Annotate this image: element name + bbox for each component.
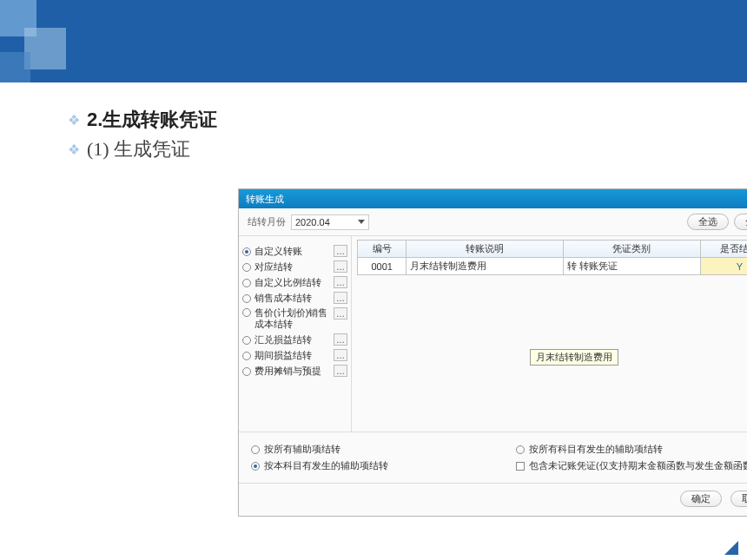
col-type: 凭证类别 bbox=[563, 240, 700, 258]
heading-2: ❖ (1) 生成凭证 bbox=[68, 136, 679, 162]
ellipsis-button[interactable]: … bbox=[334, 349, 347, 361]
ellipsis-button[interactable]: … bbox=[334, 276, 347, 288]
option-all-aux[interactable]: 按所有辅助项结转 bbox=[251, 443, 507, 456]
cancel-button[interactable]: 取消 bbox=[730, 491, 747, 507]
options-panel: 按所有辅助项结转 按本科目有发生的辅助项结转 按所有科目有发生的辅助项结转 包含… bbox=[239, 432, 747, 483]
radio-icon[interactable] bbox=[242, 279, 251, 287]
decor-square bbox=[24, 28, 66, 69]
tooltip: 月末结转制造费用 bbox=[530, 349, 618, 366]
select-all-button[interactable]: 全选 bbox=[687, 214, 729, 230]
option-all-subject-aux[interactable]: 按所有科目有发生的辅助项结转 bbox=[516, 443, 747, 456]
ok-button[interactable]: 确定 bbox=[680, 491, 722, 507]
chevron-down-icon bbox=[358, 220, 365, 224]
heading-2-text: (1) 生成凭证 bbox=[87, 136, 190, 162]
cell-yes: Y bbox=[700, 258, 747, 275]
sidebar-item-label: 销售成本结转 bbox=[255, 293, 330, 304]
sidebar-item-exchange[interactable]: 汇兑损益结转 … bbox=[242, 333, 347, 346]
sidebar-item-custom-ratio[interactable]: 自定义比例结转 … bbox=[242, 276, 347, 288]
radio-icon[interactable] bbox=[251, 462, 260, 471]
sidebar-item-sales-cost[interactable]: 销售成本结转 … bbox=[242, 292, 347, 304]
option-include-unposted[interactable]: 包含未记账凭证(仅支持期末金额函数与发生金额函数) bbox=[516, 459, 747, 472]
option-subject-aux[interactable]: 按本科目有发生的辅助项结转 bbox=[251, 459, 507, 472]
bullet-diamond-icon: ❖ bbox=[68, 112, 80, 128]
radio-icon[interactable] bbox=[242, 308, 251, 317]
cell-id: 0001 bbox=[358, 258, 407, 275]
sidebar-item-corresponding[interactable]: 对应结转 … bbox=[242, 260, 347, 273]
col-id: 编号 bbox=[358, 240, 407, 258]
radio-icon[interactable] bbox=[242, 352, 251, 360]
ellipsis-button[interactable]: … bbox=[334, 307, 347, 320]
radio-icon[interactable] bbox=[242, 294, 251, 303]
checkbox-icon[interactable] bbox=[516, 462, 525, 471]
option-label: 按所有辅助项结转 bbox=[264, 443, 340, 456]
heading-1-text: 2.生成转账凭证 bbox=[87, 107, 217, 133]
ellipsis-button[interactable]: … bbox=[334, 333, 347, 346]
dialog-footer: 确定 取消 bbox=[239, 483, 747, 516]
sidebar-item-label: 期间损益结转 bbox=[255, 350, 330, 361]
sidebar-item-amortize[interactable]: 费用摊销与预提 … bbox=[242, 365, 347, 377]
table-row[interactable]: 0001 月末结转制造费用 转 转账凭证 Y bbox=[358, 258, 748, 275]
grid-area: 编号 转账说明 凭证类别 是否结转 0001 月末结转制造费用 转 转账凭证 Y… bbox=[352, 236, 747, 432]
sidebar-item-label: 自定义比例结转 bbox=[255, 277, 330, 288]
sidebar-item-label: 费用摊销与预提 bbox=[255, 366, 330, 377]
corner-triangle-icon bbox=[724, 541, 738, 555]
dialog-toolbar: 结转月份 2020.04 全选 全消 bbox=[239, 208, 747, 236]
dialog-title: 转账生成 bbox=[246, 193, 284, 206]
sidebar-item-period-profit[interactable]: 期间损益结转 … bbox=[242, 349, 347, 361]
radio-icon[interactable] bbox=[516, 445, 525, 454]
transfer-type-sidebar: 自定义转账 … 对应结转 … 自定义比例结转 … 销售成本结转 … bbox=[239, 236, 352, 432]
ellipsis-button[interactable]: … bbox=[334, 365, 347, 377]
cell-desc: 月末结转制造费用 bbox=[407, 258, 563, 275]
ellipsis-button[interactable]: … bbox=[334, 292, 347, 304]
sidebar-item-custom-transfer[interactable]: 自定义转账 … bbox=[242, 245, 347, 257]
bullet-diamond-icon: ❖ bbox=[68, 142, 80, 158]
transfer-grid[interactable]: 编号 转账说明 凭证类别 是否结转 0001 月末结转制造费用 转 转账凭证 Y bbox=[357, 240, 747, 275]
col-yes: 是否结转 bbox=[700, 240, 747, 258]
option-label: 包含未记账凭证(仅支持期末金额函数与发生金额函数) bbox=[529, 459, 747, 472]
option-label: 按所有科目有发生的辅助项结转 bbox=[529, 443, 663, 456]
dialog-titlebar: 转账生成 × bbox=[239, 189, 747, 208]
radio-icon[interactable] bbox=[242, 263, 251, 272]
radio-icon[interactable] bbox=[242, 247, 251, 256]
option-label: 按本科目有发生的辅助项结转 bbox=[264, 459, 388, 472]
select-none-button[interactable]: 全消 bbox=[734, 214, 747, 230]
cell-type: 转 转账凭证 bbox=[563, 258, 700, 275]
radio-icon[interactable] bbox=[242, 367, 251, 376]
decor-square bbox=[0, 52, 30, 82]
radio-icon[interactable] bbox=[251, 445, 260, 454]
header-banner bbox=[0, 0, 747, 82]
ellipsis-button[interactable]: … bbox=[334, 245, 347, 257]
month-value: 2020.04 bbox=[295, 217, 330, 227]
transfer-dialog: 转账生成 × 结转月份 2020.04 全选 全消 自定义转账 … bbox=[238, 188, 747, 517]
month-label: 结转月份 bbox=[248, 215, 286, 228]
ellipsis-button[interactable]: … bbox=[334, 260, 347, 273]
sidebar-item-label: 售价(计划价)销售成本结转 bbox=[255, 307, 330, 330]
heading-1: ❖ 2.生成转账凭证 bbox=[68, 107, 679, 133]
sidebar-item-label: 汇兑损益结转 bbox=[255, 334, 330, 346]
col-desc: 转账说明 bbox=[407, 240, 563, 258]
month-dropdown[interactable]: 2020.04 bbox=[291, 214, 369, 230]
sidebar-item-plan-price[interactable]: 售价(计划价)销售成本结转 … bbox=[242, 307, 347, 330]
sidebar-item-label: 自定义转账 bbox=[255, 246, 330, 257]
sidebar-item-label: 对应结转 bbox=[255, 261, 330, 273]
radio-icon[interactable] bbox=[242, 336, 251, 345]
grid-header-row: 编号 转账说明 凭证类别 是否结转 bbox=[358, 240, 748, 258]
